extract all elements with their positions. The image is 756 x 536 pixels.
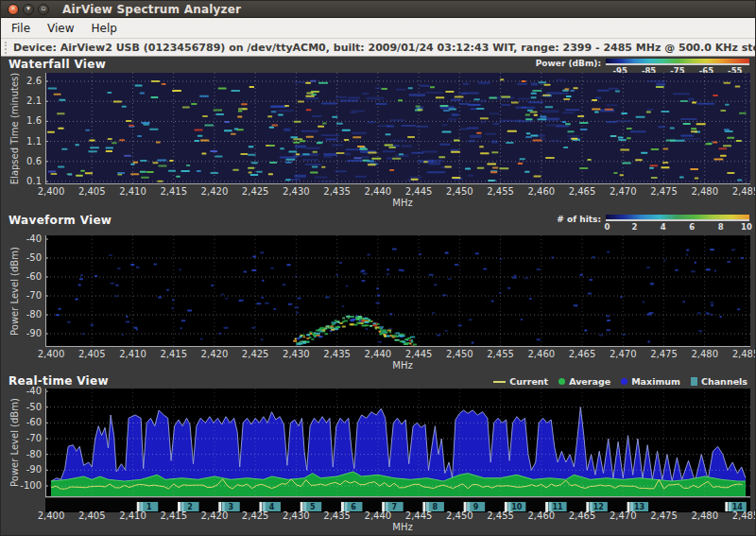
titlebar: ✕ ▾ ▫ AirView Spectrum Analyzer	[1, 1, 755, 18]
device-status-text: Device: AirView2 USB (0123456789) on /de…	[13, 42, 756, 54]
y-tick-label: -50	[1, 252, 42, 263]
menubar: File View Help	[1, 18, 755, 39]
y-tick-label: -40	[1, 386, 42, 396]
y-tick-label: 1.6	[1, 115, 42, 126]
freq-tick-label: 2,480	[684, 186, 726, 197]
freq-tick-label: 2,450	[438, 510, 480, 521]
power-legend-label: Power (dBm):	[536, 59, 601, 68]
freq-tick-label: 2,440	[357, 186, 399, 197]
y-tick-label: -100	[1, 480, 42, 491]
gradient-tick-label: 10	[741, 222, 752, 232]
hits-gradient-ticks: 0246810	[606, 221, 749, 231]
y-tick-label: 2.1	[1, 95, 42, 106]
freq-tick-label: 2,405	[71, 186, 112, 197]
freq-tick-label: 2,420	[194, 510, 235, 521]
freq-tick-label: 2,435	[317, 186, 358, 197]
freq-tick-label: 2,460	[521, 349, 562, 359]
menu-help[interactable]: Help	[83, 19, 126, 38]
freq-tick-label: 2,465	[561, 510, 603, 521]
waterfall-title: Waterfall View	[9, 58, 106, 71]
freq-tick-label: 2,450	[438, 349, 480, 359]
gradient-tick-label: 4	[661, 222, 666, 232]
freq-tick-label: 2,410	[112, 349, 153, 359]
freq-tick-label: 2,445	[398, 349, 439, 359]
freq-tick-label: 2,425	[234, 510, 276, 521]
freq-tick-label: 2,405	[71, 349, 112, 359]
freq-tick-label: 2,455	[480, 186, 522, 197]
freq-tick-label: 2,430	[275, 186, 317, 197]
close-button[interactable]: ✕	[8, 4, 19, 15]
freq-tick-label: 2,455	[480, 349, 522, 359]
waterfall-section: Waterfall View Power (dBm): -95-85-75-65…	[1, 57, 755, 211]
current-line-swatch	[493, 381, 506, 383]
freq-tick-label: 2,425	[234, 349, 276, 359]
y-tick-label: 0.6	[1, 156, 42, 166]
freq-tick-label: 2,435	[317, 510, 358, 521]
y-tick-label: -70	[1, 433, 42, 443]
freq-tick-label: 2,430	[275, 349, 317, 359]
freq-tick-label: 2,420	[194, 186, 235, 197]
freq-tick-label: 2,455	[480, 510, 522, 521]
hits-legend: # of hits: 0246810	[557, 215, 749, 231]
freq-tick-label: 2,445	[398, 186, 439, 197]
gradient-tick-label: 8	[718, 222, 724, 232]
realtime-section: Real-time View Current Average Maximum C…	[1, 372, 755, 536]
waterfall-plot	[45, 73, 750, 184]
freq-tick-label: 2,415	[153, 510, 195, 521]
toolbar-drag-handle[interactable]	[5, 42, 7, 54]
waterfall-mhz-label: MHz	[382, 198, 423, 208]
status-toolbar: Device: AirView2 USB (0123456789) on /de…	[1, 39, 755, 57]
realtime-plot	[45, 389, 750, 497]
freq-tick-label: 2,440	[357, 510, 399, 521]
y-tick-label: -60	[1, 417, 42, 427]
gradient-tick-label: 6	[689, 222, 695, 232]
freq-tick-label: 2,400	[30, 349, 72, 359]
freq-tick-label: 2,400	[30, 186, 72, 197]
app-window: ✕ ▾ ▫ AirView Spectrum Analyzer File Vie…	[0, 0, 756, 536]
maximize-button[interactable]: ▫	[38, 4, 49, 15]
realtime-legend: Current Average Maximum Channels	[493, 376, 747, 387]
y-tick-label: -90	[1, 464, 42, 475]
average-dot-swatch	[558, 378, 565, 385]
realtime-mhz-label: MHz	[382, 522, 423, 532]
freq-tick-label: 2,480	[684, 349, 726, 359]
maximum-dot-swatch	[621, 378, 627, 385]
freq-tick-label: 2,410	[112, 186, 153, 197]
channels-strip: 1234567891011121314	[45, 498, 750, 510]
legend-channels: Channels	[691, 376, 747, 387]
y-tick-label: -90	[1, 328, 42, 338]
minimize-button[interactable]: ▾	[23, 4, 34, 15]
freq-tick-label: 2,415	[153, 186, 195, 197]
gradient-tick-label: 0	[605, 222, 610, 232]
waveform-title: Waveform View	[9, 214, 112, 227]
y-tick-label: -70	[1, 290, 42, 301]
elapsed-time-axis-label: Elapsed Time (minutes)	[9, 73, 20, 184]
freq-tick-label: 2,445	[398, 510, 439, 521]
freq-tick-label: 2,465	[561, 186, 603, 197]
gradient-tick-label: 2	[631, 222, 637, 232]
waveform-plot	[45, 235, 750, 347]
waveform-mhz-label: MHz	[382, 360, 423, 371]
main-content: Waterfall View Power (dBm): -95-85-75-65…	[1, 57, 755, 536]
y-tick-label: 2.6	[1, 76, 42, 86]
freq-tick-label: 2,440	[357, 349, 399, 359]
waveform-freq-ticks: 2,4002,4052,4102,4152,4202,4252,4302,435…	[1, 349, 755, 361]
freq-tick-label: 2,460	[521, 510, 562, 521]
y-tick-label: -80	[1, 309, 42, 320]
menu-view[interactable]: View	[39, 19, 82, 38]
waveform-section: Waveform View # of hits: 0246810 Power L…	[1, 211, 755, 372]
freq-tick-label: 2,470	[602, 186, 644, 197]
freq-tick-label: 2,485	[725, 510, 756, 521]
freq-tick-label: 2,485	[725, 186, 756, 197]
freq-tick-label: 2,420	[194, 349, 235, 359]
freq-tick-label: 2,470	[602, 349, 644, 359]
freq-tick-label: 2,460	[521, 186, 562, 197]
freq-tick-label: 2,475	[644, 510, 685, 521]
y-tick-label: -50	[1, 402, 42, 412]
freq-tick-label: 2,405	[71, 510, 112, 521]
y-tick-label: 1.1	[1, 136, 42, 147]
freq-tick-label: 2,480	[684, 510, 726, 521]
menu-file[interactable]: File	[3, 19, 39, 38]
y-tick-label: 0.1	[1, 176, 42, 186]
freq-tick-label: 2,410	[112, 510, 153, 521]
